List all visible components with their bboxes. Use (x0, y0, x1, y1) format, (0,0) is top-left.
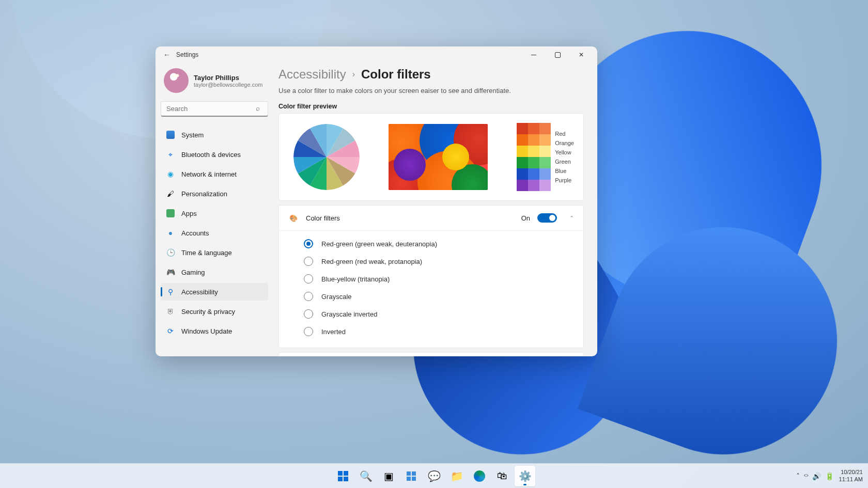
system-tray[interactable]: ˄ ⌔ 🔊 🔋 10/20/21 11:11 AM (796, 469, 863, 482)
clock-icon: 🕒 (166, 248, 175, 257)
maximize-button[interactable] (546, 46, 569, 63)
sidebar-item-network[interactable]: ◉Network & internet (161, 165, 268, 183)
sidebar-item-personalization[interactable]: 🖌Personalization (161, 185, 268, 202)
palette-icon: 🎨 (288, 213, 299, 223)
person-icon: ● (166, 228, 175, 238)
svg-rect-2 (338, 477, 343, 481)
tray-volume-icon[interactable]: 🔊 (812, 472, 821, 480)
bluetooth-icon: ⌖ (166, 150, 175, 159)
tray-battery-icon[interactable]: 🔋 (825, 472, 834, 480)
store-button[interactable]: 🛍 (492, 466, 513, 486)
search-icon: ⌕ (256, 104, 264, 113)
settings-taskbar-button[interactable]: ⚙️ (515, 466, 535, 486)
taskbar-search-button[interactable]: 🔍 (355, 466, 376, 486)
profile-email: taylor@bellowscollege.com (194, 82, 262, 88)
back-button[interactable]: ← (160, 48, 174, 62)
radio-protanopia[interactable]: Red-green (red weak, protanopia) (304, 253, 583, 270)
tray-overflow-icon[interactable]: ˄ (796, 472, 800, 480)
apps-icon (166, 209, 175, 218)
radio-deuteranopia[interactable]: Red-green (green weak, deuteranopia) (304, 235, 583, 253)
svg-rect-4 (407, 471, 411, 476)
search-input[interactable] (161, 101, 268, 117)
sidebar-item-time[interactable]: 🕒Time & language (161, 244, 268, 261)
sidebar-item-apps[interactable]: Apps (161, 204, 268, 222)
search-box[interactable]: ⌕ (161, 101, 268, 117)
tray-wifi-icon[interactable]: ⌔ (804, 472, 808, 480)
preview-label: Color filter preview (278, 103, 584, 110)
color-wheel-preview (293, 124, 360, 190)
minimize-button[interactable] (522, 46, 546, 63)
color-filter-preview-card: Red Orange Yellow Green Blue Purple (278, 113, 584, 201)
svg-rect-7 (412, 477, 416, 481)
breadcrumb-parent[interactable]: Accessibility (278, 67, 346, 82)
settings-window: ← Settings Taylor Phillips taylor@bellow… (156, 46, 597, 356)
sidebar-item-accounts[interactable]: ●Accounts (161, 224, 268, 242)
titlebar: ← Settings (156, 46, 597, 63)
sidebar-item-gaming[interactable]: 🎮Gaming (161, 263, 268, 281)
page-description: Use a color filter to make colors on you… (278, 87, 584, 95)
color-filter-options: Red-green (green weak, deuteranopia) Red… (279, 231, 583, 348)
profile-block[interactable]: Taylor Phillips taylor@bellowscollege.co… (161, 66, 268, 99)
taskbar: 🔍 ▣ 💬 📁 🛍 ⚙️ ˄ ⌔ 🔊 🔋 10/20/21 11:11 AM (0, 463, 868, 488)
radio-inverted[interactable]: Inverted (304, 323, 583, 340)
radio-tritanopia[interactable]: Blue-yellow (tritanopia) (304, 270, 583, 288)
page-title: Color filters (361, 67, 431, 82)
avatar (164, 68, 189, 93)
color-filters-toggle[interactable] (537, 213, 557, 223)
shortcut-row[interactable]: Keyboard shortcut for color filters Off (279, 353, 583, 356)
profile-name: Taylor Phillips (194, 74, 262, 82)
sidebar-item-update[interactable]: ⟳Windows Update (161, 322, 268, 340)
svg-rect-3 (344, 477, 348, 481)
radio-grayscale[interactable]: Grayscale (304, 288, 583, 305)
color-filters-row[interactable]: 🎨 Color filters On ⌃ (279, 206, 583, 230)
accessibility-icon: ⚲ (166, 287, 175, 296)
swatch-preview: Red Orange Yellow Green Blue Purple (517, 123, 574, 191)
start-button[interactable] (333, 466, 353, 486)
color-filters-row-label: Color filters (306, 214, 340, 222)
wifi-icon: ◉ (166, 169, 175, 179)
edge-button[interactable] (469, 466, 490, 486)
shortcut-card: Keyboard shortcut for color filters Off (278, 352, 584, 356)
content-pane: Accessibility › Color filters Use a colo… (273, 63, 597, 356)
monitor-icon (166, 130, 175, 139)
chevron-right-icon: › (352, 70, 355, 79)
sidebar: Taylor Phillips taylor@bellowscollege.co… (156, 63, 273, 356)
chevron-up-icon: ⌃ (569, 215, 574, 222)
gamepad-icon: 🎮 (166, 267, 175, 277)
sidebar-item-bluetooth[interactable]: ⌖Bluetooth & devices (161, 146, 268, 163)
svg-rect-1 (344, 471, 348, 476)
file-explorer-button[interactable]: 📁 (446, 466, 467, 486)
svg-rect-6 (407, 477, 411, 481)
sidebar-item-security[interactable]: ⛨Security & privacy (161, 303, 268, 320)
breadcrumb: Accessibility › Color filters (278, 67, 584, 82)
tray-datetime[interactable]: 10/20/21 11:11 AM (839, 469, 863, 482)
update-icon: ⟳ (166, 326, 175, 336)
sidebar-item-accessibility[interactable]: ⚲Accessibility (161, 283, 268, 301)
brush-icon: 🖌 (166, 189, 175, 198)
task-view-button[interactable]: ▣ (378, 466, 399, 486)
widgets-button[interactable] (401, 466, 422, 486)
window-title: Settings (176, 51, 198, 58)
close-button[interactable] (569, 46, 593, 63)
color-filters-card: 🎨 Color filters On ⌃ Red-green (green we… (278, 205, 584, 348)
sidebar-item-system[interactable]: System (161, 126, 268, 144)
radio-grayscale-inverted[interactable]: Grayscale inverted (304, 305, 583, 323)
toggle-state-label: On (521, 214, 530, 222)
chat-button[interactable]: 💬 (424, 466, 444, 486)
shield-icon: ⛨ (166, 307, 175, 316)
photo-preview (389, 124, 488, 190)
svg-rect-0 (338, 471, 343, 476)
svg-rect-5 (412, 471, 416, 476)
